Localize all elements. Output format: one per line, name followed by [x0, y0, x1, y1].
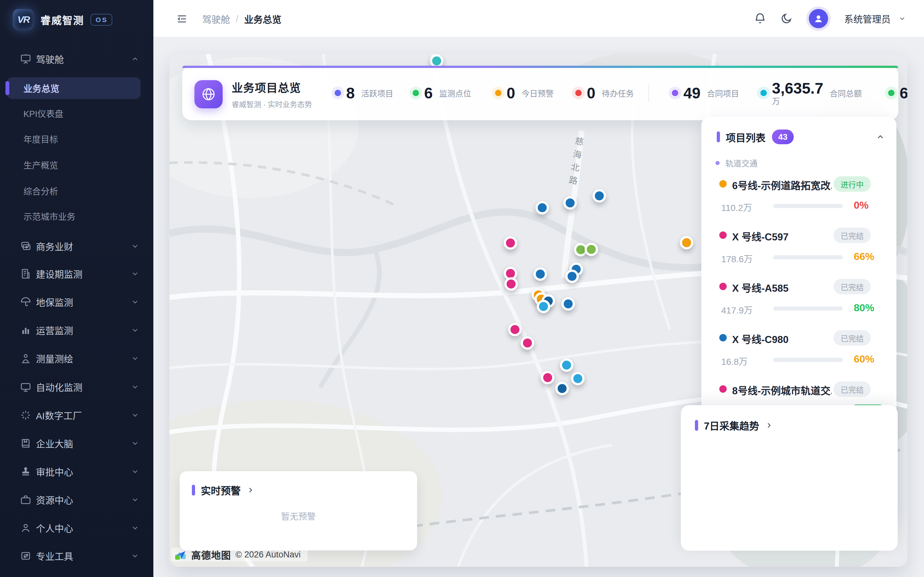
chevron-right-icon[interactable] [246, 486, 255, 494]
progress-track [773, 358, 843, 362]
project-dot [719, 283, 727, 290]
breadcrumb: 驾驶舱 / 业务总览 [202, 12, 281, 26]
user-name[interactable]: 系统管理员 [844, 12, 891, 25]
map-marker[interactable] [504, 236, 517, 250]
project-row[interactable]: 6号线-示例道路拓宽改... 进行中 110.2万 0% [701, 176, 897, 227]
globe-icon [194, 80, 223, 108]
map-canvas[interactable]: 慈海北路 业务项目总览 睿威智测 · 实时业务态势 8 活跃项目 6 [170, 54, 907, 567]
panel-accent-bar [192, 485, 195, 496]
overview-brand: 业务项目总览 睿威智测 · 实时业务态势 [194, 79, 312, 109]
stat-today-alerts: 0 今日预警 [495, 66, 554, 120]
map-marker[interactable] [680, 236, 693, 250]
project-row[interactable]: X 号线-A585 已完结 417.9万 80% [701, 279, 897, 330]
sidebar-group-personal-center[interactable]: 个人中心 [0, 514, 153, 542]
sidebar-item-comprehensive-analysis[interactable]: 综合分析 [0, 178, 153, 203]
chevron-right-icon[interactable] [765, 421, 773, 430]
chevron-down-icon [131, 411, 139, 419]
map-marker[interactable] [560, 358, 573, 372]
stat-dot [672, 90, 678, 96]
sidebar-group-dashboard[interactable]: 驾驶舱 [0, 45, 153, 73]
status-badge: 进行中 [834, 176, 871, 192]
map-marker[interactable] [593, 189, 606, 203]
breadcrumb-section[interactable]: 驾驶舱 [202, 12, 230, 26]
dark-mode-moon-icon[interactable] [780, 12, 793, 25]
surveyor-pin-icon [20, 353, 31, 364]
group-dot [716, 161, 720, 165]
panel-accent-bar [695, 420, 698, 431]
project-row[interactable]: X 号线-C597 已完结 178.6万 66% [701, 227, 897, 279]
map-marker[interactable] [504, 277, 518, 291]
map-marker[interactable] [585, 243, 598, 256]
map-marker[interactable] [571, 372, 585, 385]
breadcrumb-divider: / [236, 14, 238, 24]
briefcase-icon [20, 494, 31, 506]
alerts-panel: 实时预警 暂无预警 [180, 471, 417, 550]
collapse-panel-icon[interactable] [876, 132, 885, 141]
sidebar-group-construction-monitoring[interactable]: 建设期监测 [0, 259, 153, 288]
sidebar-item-annual-goals[interactable]: 年度目标 [0, 126, 153, 152]
chevron-down-icon [131, 467, 139, 476]
map-marker[interactable] [541, 371, 554, 384]
stat-clipped: 64 [888, 66, 907, 120]
stat-contract-total: 3,635.7 万 合同总额 [760, 66, 862, 120]
map-marker[interactable] [521, 336, 534, 350]
map-marker[interactable] [565, 269, 579, 283]
sidebar-group-surveying[interactable]: 测量测绘 [0, 344, 153, 372]
map-marker[interactable] [556, 382, 569, 395]
chevron-down-icon [131, 524, 139, 532]
sidebar-group-professional-tools[interactable]: 专业工具 [0, 542, 153, 570]
map-marker[interactable] [564, 196, 577, 210]
stat-pending-tasks: 0 待办任务 [575, 66, 634, 120]
user-avatar[interactable] [806, 6, 830, 31]
project-row[interactable]: X 号线-C980 已完结 16.8万 60% [701, 330, 897, 382]
stamp-icon [20, 466, 31, 477]
wallet-icon [20, 240, 31, 252]
sidebar-group-ai-digital-factory[interactable]: AI数字工厂 [0, 401, 153, 429]
bell-icon[interactable] [754, 12, 766, 25]
sidebar-group-automated-monitoring[interactable]: 自动化监测 [0, 373, 153, 401]
chevron-down-icon [131, 496, 139, 504]
map-marker[interactable] [535, 201, 549, 214]
map-marker[interactable] [537, 300, 550, 313]
sidebar-group-enterprise-brain[interactable]: 企业大脑 [0, 429, 153, 458]
stat-contract-projects: 49 合同项目 [672, 66, 739, 120]
sidebar-item-production-overview[interactable]: 生产概览 [0, 152, 153, 177]
chevron-down-icon[interactable] [898, 15, 906, 23]
amap-logo-icon [174, 548, 187, 561]
map-marker[interactable] [561, 297, 575, 311]
building-icon [20, 268, 31, 279]
sidebar-group-ground-protection[interactable]: 地保监测 [0, 288, 153, 316]
sidebar-group-approval-center[interactable]: 审批中心 [0, 458, 153, 486]
alerts-title: 实时预警 [201, 483, 241, 497]
sidebar-item-business-overview[interactable]: 业务总览 [0, 77, 153, 99]
map-attribution: 高德地图 © 2026 AutoNavi [171, 548, 308, 562]
sidebar-collapse-icon[interactable] [176, 13, 188, 24]
chevron-down-icon [131, 354, 139, 363]
dashboard-icon [20, 53, 31, 65]
progress-track [773, 255, 843, 259]
project-dot [719, 180, 727, 187]
stat-monitoring-points: 6 监测点位 [413, 66, 471, 120]
chevron-down-icon [131, 326, 139, 334]
sidebar-item-demo-city-business[interactable]: 示范城市业务 [0, 203, 153, 229]
stat-dot [760, 90, 767, 96]
map-marker[interactable] [533, 268, 547, 281]
progress-track [773, 306, 843, 311]
bar-chart-icon [20, 324, 31, 336]
sidebar-group-commerce-finance[interactable]: 商务业财 [0, 232, 153, 260]
status-badge: 已完结 [834, 227, 871, 243]
trend-panel: 7日采集趋势 [681, 405, 898, 551]
brand-name: 睿威智测 [40, 12, 84, 27]
map-marker[interactable] [508, 323, 522, 336]
stat-dot [575, 90, 582, 96]
sidebar-group-resource-center[interactable]: 资源中心 [0, 486, 153, 514]
progress-track [773, 204, 843, 208]
sidebar-group-operations-monitoring[interactable]: 运营监测 [0, 316, 153, 344]
chevron-down-icon [131, 439, 139, 448]
stat-dot [888, 90, 895, 96]
sidebar-item-kpi-dashboard[interactable]: KPI仪表盘 [0, 100, 153, 126]
stats-divider [648, 84, 649, 102]
progress-percent: 80% [854, 302, 874, 314]
brand-logo-icon: VR [13, 9, 34, 30]
stat-active-projects: 8 活跃项目 [334, 66, 393, 120]
